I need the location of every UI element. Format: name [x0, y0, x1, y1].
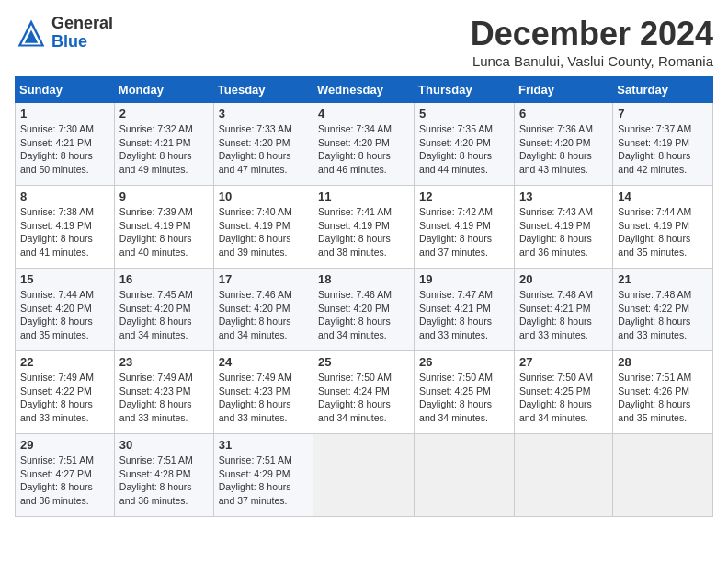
calendar-cell: 2Sunrise: 7:32 AM Sunset: 4:21 PM Daylig…	[114, 103, 213, 186]
day-number: 31	[219, 438, 308, 452]
calendar-cell: 8Sunrise: 7:38 AM Sunset: 4:19 PM Daylig…	[16, 186, 115, 269]
calendar-body: 1Sunrise: 7:30 AM Sunset: 4:21 PM Daylig…	[16, 103, 713, 517]
day-number: 3	[219, 107, 308, 121]
day-number: 12	[419, 190, 509, 203]
calendar-cell: 21Sunrise: 7:48 AM Sunset: 4:22 PM Dayli…	[613, 269, 713, 351]
day-number: 10	[219, 190, 308, 203]
day-info: Sunrise: 7:45 AM Sunset: 4:20 PM Dayligh…	[119, 288, 209, 342]
day-number: 24	[219, 355, 308, 369]
calendar-cell: 5Sunrise: 7:35 AM Sunset: 4:20 PM Daylig…	[415, 103, 515, 186]
day-info: Sunrise: 7:44 AM Sunset: 4:20 PM Dayligh…	[20, 288, 109, 342]
day-number: 6	[519, 107, 608, 121]
calendar-week-1: 1Sunrise: 7:30 AM Sunset: 4:21 PM Daylig…	[16, 103, 713, 186]
calendar-cell: 26Sunrise: 7:50 AM Sunset: 4:25 PM Dayli…	[415, 351, 515, 434]
month-title: December 2024	[471, 15, 713, 53]
day-number: 18	[318, 272, 409, 286]
calendar-cell	[613, 434, 713, 517]
calendar-cell: 10Sunrise: 7:40 AM Sunset: 4:19 PM Dayli…	[213, 186, 313, 269]
day-number: 7	[618, 107, 708, 121]
calendar-cell: 25Sunrise: 7:50 AM Sunset: 4:24 PM Dayli…	[313, 351, 415, 434]
calendar-cell: 11Sunrise: 7:41 AM Sunset: 4:19 PM Dayli…	[313, 186, 415, 269]
calendar-cell: 18Sunrise: 7:46 AM Sunset: 4:20 PM Dayli…	[313, 269, 415, 351]
calendar-cell: 29Sunrise: 7:51 AM Sunset: 4:27 PM Dayli…	[16, 434, 115, 517]
logo-icon	[15, 17, 48, 50]
calendar-cell: 24Sunrise: 7:49 AM Sunset: 4:23 PM Dayli…	[213, 351, 313, 434]
calendar-week-4: 22Sunrise: 7:49 AM Sunset: 4:22 PM Dayli…	[16, 351, 713, 434]
day-number: 27	[519, 355, 608, 369]
day-number: 30	[119, 438, 209, 452]
calendar-cell: 30Sunrise: 7:51 AM Sunset: 4:28 PM Dayli…	[114, 434, 213, 517]
day-info: Sunrise: 7:46 AM Sunset: 4:20 PM Dayligh…	[219, 288, 308, 342]
calendar-cell	[514, 434, 612, 517]
logo-text: General Blue	[51, 15, 113, 52]
location: Lunca Banului, Vaslui County, Romania	[471, 53, 713, 69]
day-info: Sunrise: 7:40 AM Sunset: 4:19 PM Dayligh…	[219, 205, 308, 259]
day-info: Sunrise: 7:44 AM Sunset: 4:19 PM Dayligh…	[618, 205, 708, 259]
day-number: 25	[318, 355, 409, 369]
calendar-week-3: 15Sunrise: 7:44 AM Sunset: 4:20 PM Dayli…	[16, 269, 713, 351]
day-info: Sunrise: 7:50 AM Sunset: 4:25 PM Dayligh…	[519, 371, 608, 425]
calendar-cell: 27Sunrise: 7:50 AM Sunset: 4:25 PM Dayli…	[514, 351, 612, 434]
day-info: Sunrise: 7:33 AM Sunset: 4:20 PM Dayligh…	[219, 122, 308, 177]
calendar-week-2: 8Sunrise: 7:38 AM Sunset: 4:19 PM Daylig…	[16, 186, 713, 269]
day-info: Sunrise: 7:34 AM Sunset: 4:20 PM Dayligh…	[318, 122, 409, 177]
day-number: 13	[519, 190, 608, 203]
calendar-cell: 20Sunrise: 7:48 AM Sunset: 4:21 PM Dayli…	[514, 269, 612, 351]
day-info: Sunrise: 7:51 AM Sunset: 4:26 PM Dayligh…	[618, 371, 708, 425]
day-number: 17	[219, 272, 308, 286]
day-info: Sunrise: 7:49 AM Sunset: 4:23 PM Dayligh…	[119, 371, 209, 425]
calendar-cell: 6Sunrise: 7:36 AM Sunset: 4:20 PM Daylig…	[514, 103, 612, 186]
logo: General Blue	[15, 15, 113, 52]
day-info: Sunrise: 7:48 AM Sunset: 4:22 PM Dayligh…	[618, 288, 708, 342]
day-info: Sunrise: 7:43 AM Sunset: 4:19 PM Dayligh…	[519, 205, 608, 259]
day-number: 9	[119, 190, 209, 203]
day-info: Sunrise: 7:30 AM Sunset: 4:21 PM Dayligh…	[20, 122, 109, 177]
day-number: 11	[318, 190, 409, 203]
calendar-cell: 31Sunrise: 7:51 AM Sunset: 4:29 PM Dayli…	[213, 434, 313, 517]
day-info: Sunrise: 7:51 AM Sunset: 4:28 PM Dayligh…	[119, 454, 209, 508]
day-number: 21	[618, 272, 708, 286]
day-number: 29	[20, 438, 109, 452]
day-info: Sunrise: 7:48 AM Sunset: 4:21 PM Dayligh…	[519, 288, 608, 342]
calendar-cell: 3Sunrise: 7:33 AM Sunset: 4:20 PM Daylig…	[213, 103, 313, 186]
weekday-header-thursday: Thursday	[415, 77, 515, 103]
calendar-cell: 4Sunrise: 7:34 AM Sunset: 4:20 PM Daylig…	[313, 103, 415, 186]
day-number: 5	[419, 107, 509, 121]
calendar-cell: 23Sunrise: 7:49 AM Sunset: 4:23 PM Dayli…	[114, 351, 213, 434]
day-info: Sunrise: 7:38 AM Sunset: 4:19 PM Dayligh…	[20, 205, 109, 259]
calendar-header-row: SundayMondayTuesdayWednesdayThursdayFrid…	[16, 77, 713, 103]
day-number: 14	[618, 190, 708, 203]
weekday-header-friday: Friday	[514, 77, 612, 103]
calendar-cell: 13Sunrise: 7:43 AM Sunset: 4:19 PM Dayli…	[514, 186, 612, 269]
calendar-cell: 1Sunrise: 7:30 AM Sunset: 4:21 PM Daylig…	[16, 103, 115, 186]
day-info: Sunrise: 7:49 AM Sunset: 4:22 PM Dayligh…	[20, 371, 109, 425]
calendar-cell	[313, 434, 415, 517]
calendar-cell: 16Sunrise: 7:45 AM Sunset: 4:20 PM Dayli…	[114, 269, 213, 351]
day-number: 15	[20, 272, 109, 286]
day-number: 16	[119, 272, 209, 286]
day-info: Sunrise: 7:37 AM Sunset: 4:19 PM Dayligh…	[618, 122, 708, 177]
calendar-cell: 19Sunrise: 7:47 AM Sunset: 4:21 PM Dayli…	[415, 269, 515, 351]
weekday-header-saturday: Saturday	[613, 77, 713, 103]
day-number: 2	[119, 107, 209, 121]
page-header: General Blue December 2024 Lunca Banului…	[15, 15, 713, 69]
day-info: Sunrise: 7:42 AM Sunset: 4:19 PM Dayligh…	[419, 205, 509, 259]
calendar-week-5: 29Sunrise: 7:51 AM Sunset: 4:27 PM Dayli…	[16, 434, 713, 517]
day-number: 23	[119, 355, 209, 369]
calendar-table: SundayMondayTuesdayWednesdayThursdayFrid…	[15, 76, 713, 517]
weekday-header-sunday: Sunday	[16, 77, 115, 103]
day-info: Sunrise: 7:35 AM Sunset: 4:20 PM Dayligh…	[419, 122, 509, 177]
calendar-cell: 7Sunrise: 7:37 AM Sunset: 4:19 PM Daylig…	[613, 103, 713, 186]
day-info: Sunrise: 7:51 AM Sunset: 4:29 PM Dayligh…	[219, 454, 308, 508]
weekday-header-monday: Monday	[114, 77, 213, 103]
day-number: 28	[618, 355, 708, 369]
calendar-cell	[415, 434, 515, 517]
day-number: 22	[20, 355, 109, 369]
calendar-cell: 17Sunrise: 7:46 AM Sunset: 4:20 PM Dayli…	[213, 269, 313, 351]
weekday-header-tuesday: Tuesday	[213, 77, 313, 103]
weekday-header-wednesday: Wednesday	[313, 77, 415, 103]
day-info: Sunrise: 7:39 AM Sunset: 4:19 PM Dayligh…	[119, 205, 209, 259]
title-block: December 2024 Lunca Banului, Vaslui Coun…	[471, 15, 713, 69]
day-info: Sunrise: 7:46 AM Sunset: 4:20 PM Dayligh…	[318, 288, 409, 342]
day-number: 20	[519, 272, 608, 286]
